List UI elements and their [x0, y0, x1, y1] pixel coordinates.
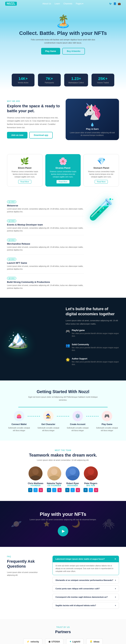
roadmap-right: 🧪	[84, 197, 119, 222]
getting-started-section: Getting Started With Nozzl Eget est lore…	[0, 380, 126, 440]
nav-link-about[interactable]: About Us	[42, 2, 51, 5]
faq-question-0[interactable]: Laboriosit integer ipsum dolor mattis et…	[53, 556, 119, 562]
faq-question-text-4: Sagittis lacinia velit id aliquod lobist…	[55, 604, 96, 606]
faq-toggle-3[interactable]: +	[115, 596, 116, 598]
stat-number-0: 14K+	[16, 76, 30, 81]
step-desc-1: Sollicitudit convallis volutpat elit lit…	[36, 426, 61, 432]
planet-card-1: 🌸 Elcanea Planet Vivamus cursus consecte…	[45, 154, 81, 186]
stat-card-0: 14K+ Worlds Active	[12, 74, 34, 86]
nav-link-channels[interactable]: Channels	[63, 2, 72, 5]
planet-text-0: Vivamus cursus consectetur turpis lacini…	[10, 170, 40, 178]
facebook-icon[interactable]: 📘	[113, 2, 116, 5]
feature-item-2: 🌟 Author Support Nec vitae purus gravida…	[66, 358, 119, 369]
pet-card-text: Lorem ipsum dolor sit amet consectetur a…	[69, 131, 116, 136]
step-title-3: Play Game	[95, 423, 119, 426]
instagram-icon-2[interactable]: ig	[76, 488, 80, 492]
team-role-3: BIG FUN	[84, 484, 98, 486]
partner-velocity[interactable]: ⚡ velocity	[23, 638, 42, 644]
roadmap-title-3: Launch NFT Game	[7, 262, 84, 264]
hero-buttons: Play Game Buy Artworks	[10, 48, 116, 54]
twitter-icon-1[interactable]: t	[52, 488, 56, 492]
hero-section: 🏝️ Collect. Battle. Play with your NFTs …	[0, 0, 126, 70]
svg-rect-7	[86, 476, 96, 480]
faq-item-1: Gloriandis ut se volutpat consectetur pe…	[52, 577, 119, 584]
step-card-0: 👛 Connect Wallet Sollicitudit convallis …	[7, 411, 31, 432]
download-app-button[interactable]: Download app	[29, 132, 53, 138]
twitter-icon-3[interactable]: t	[89, 488, 93, 492]
feature-desc-1: Nec vitae purus gravida blandit ultricie…	[72, 346, 119, 352]
team-name-0: Chris Matthews	[28, 482, 43, 484]
faq-question-text-1: Gloriandis ut se volutpat consectetur pe…	[55, 579, 113, 581]
pet-image: 🦄	[69, 102, 116, 121]
feature-title-0: Playful game	[72, 329, 119, 332]
nav-link-pages[interactable]: Pages ▾	[76, 2, 83, 5]
step-icon-2: ⚙️	[72, 411, 83, 421]
planet-name-2: Stomach Planet	[86, 167, 116, 169]
partner-utosia[interactable]: ◉ UTOSIA	[45, 638, 63, 644]
nav-logo[interactable]: N0ZZL	[5, 2, 17, 6]
stat-number-3: 25K+	[96, 76, 110, 81]
step-desc-3: Sollicitudit convallis volutpat elit lit…	[95, 426, 119, 432]
instagram-icon-3[interactable]: ig	[94, 488, 98, 492]
partner-lightai[interactable]: ✦ LightAI	[66, 638, 84, 644]
step-title-0: Connect Wallet	[7, 423, 31, 426]
svg-point-4	[69, 468, 76, 475]
utosia-label: UTOSIA	[51, 640, 60, 643]
faq-question-4[interactable]: Sagittis lacinia velit id aliquod lobist…	[53, 602, 119, 608]
play-game-button[interactable]: Play Game	[41, 48, 60, 54]
feature-title-2: Author Support	[72, 358, 119, 360]
linkedin-icon[interactable]: 💼	[118, 2, 121, 5]
lightai-label: LightAI	[72, 640, 80, 643]
planet-btn-0[interactable]: Read More	[18, 180, 31, 184]
explore-heading: Explore the space & ready to battle your…	[7, 104, 60, 114]
faq-toggle-0[interactable]: ✕	[115, 558, 116, 560]
faq-subtext: Lorem ipsum dolor sit amet consectetur a…	[7, 571, 45, 577]
roadmap-section: Q1 2022 Metaverse Lorem ipsum dolor sit …	[0, 192, 126, 298]
linkedin-icon-0[interactable]: in	[28, 488, 32, 492]
build-right: Let's build the future of digital econom…	[66, 306, 119, 372]
nav-link-learn[interactable]: Learn	[55, 2, 60, 5]
step-card-1: 🧙 Get Character Sollicitudit convallis v…	[36, 411, 61, 432]
roadmap-badge-3: Q4 2022	[7, 258, 16, 260]
planet-btn-1[interactable]: Read More	[56, 180, 69, 184]
faq-question-3[interactable]: Consequent vite montas sagit dolmeus dam…	[53, 594, 119, 600]
play-button[interactable]: ▶	[58, 526, 68, 536]
explore-buttons: Join us now Download app	[7, 132, 60, 138]
instagram-icon-1[interactable]: ig	[57, 488, 62, 492]
twitter-icon[interactable]: 🐦	[109, 2, 112, 5]
explore-text: Vivamus cursus tortor turpis lacinia viv…	[7, 116, 60, 129]
twitter-icon-0[interactable]: t	[33, 488, 38, 492]
faq-question-2[interactable]: Conisi porta nam ridiqua velit consectet…	[53, 586, 119, 592]
cauldron-image: 🧪	[88, 197, 115, 222]
partners-section: TRUST BY US Partners ⚡ velocity ◉ UTOSIA…	[0, 619, 126, 644]
instagram-icon-0[interactable]: ig	[39, 488, 43, 492]
partner-ideaa[interactable]: 💡 ideaa	[86, 638, 103, 644]
feature-text-2: Author Support Nec vitae purus gravida b…	[72, 358, 119, 369]
faq-toggle-2[interactable]: +	[115, 588, 116, 590]
stat-label-3: Volume Traded	[96, 82, 110, 84]
team-card-3: Peter Rogers BIG FUN in t ig	[84, 466, 98, 492]
faq-toggle-1[interactable]: +	[115, 579, 116, 581]
planet-text-2: Vivamus cursus consectetur turpis lacini…	[86, 170, 116, 178]
roadmap-item-3: Q4 2022 Launch NFT Game Lorem ipsum dolo…	[7, 254, 84, 274]
svg-rect-1	[30, 476, 41, 480]
linkedin-icon-3[interactable]: in	[84, 488, 88, 492]
faq-item-4: Sagittis lacinia velit id aliquod lobist…	[52, 602, 119, 609]
team-label: MEET THE TEAM	[7, 450, 119, 451]
community-icon: 👥	[66, 343, 70, 348]
linkedin-icon-1[interactable]: in	[47, 488, 51, 492]
stat-label-1: Participants	[42, 82, 57, 84]
buy-artworks-button[interactable]: Buy Artworks	[62, 48, 85, 54]
step-card-2: ⚙️ Create Account Sollicitudit convallis…	[66, 411, 90, 432]
join-now-button[interactable]: Join us now	[7, 132, 27, 138]
team-subtext: Lorem ipsum dolor sit amet consectetur. …	[7, 459, 119, 461]
build-text: Lorem ipsum dolor sit amet, consectetur …	[66, 319, 119, 326]
roadmap-item-2: Q3 2022 Merchandise Release Lorem ipsum …	[7, 235, 84, 254]
planet-btn-2[interactable]: Read More	[95, 180, 108, 184]
linkedin-icon-2[interactable]: in	[65, 488, 69, 492]
faq-toggle-4[interactable]: +	[115, 604, 116, 606]
faq-question-1[interactable]: Gloriandis ut se volutpat consectetur pe…	[53, 577, 119, 583]
faq-label: FAQ	[7, 556, 45, 558]
planet-icon-1: 🌸	[48, 157, 78, 165]
twitter-icon-2[interactable]: t	[71, 488, 75, 492]
